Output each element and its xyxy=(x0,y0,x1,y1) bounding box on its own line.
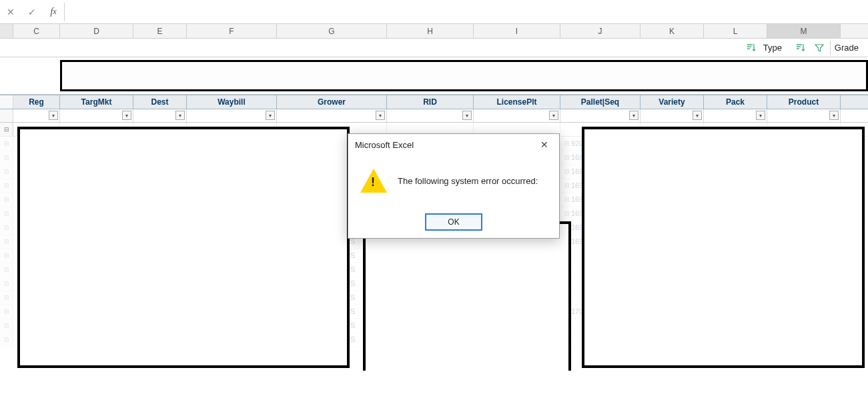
column-header-pack[interactable]: Pack xyxy=(704,95,767,109)
column-header-G[interactable]: G xyxy=(277,24,387,38)
outline-toggle[interactable]: ⊟ xyxy=(0,291,13,304)
filter-dropdown-grower[interactable]: ▾ xyxy=(376,111,385,120)
redaction-box-left xyxy=(17,127,350,368)
filter-cell-product: ▾ xyxy=(767,109,841,122)
column-header-license[interactable]: LicensePlt xyxy=(474,95,560,109)
filter-dropdown-targmkt[interactable]: ▾ xyxy=(122,111,131,120)
group-collapse-icon[interactable]: ⊟ xyxy=(564,168,570,175)
warning-icon xyxy=(360,169,387,193)
filter-dropdown-rid[interactable]: ▾ xyxy=(462,111,472,120)
table-header-row: RegTargMktDestWaybillGrowerRIDLicensePlt… xyxy=(0,95,868,109)
column-header-reg[interactable]: Reg xyxy=(13,95,60,109)
column-header-C[interactable]: C xyxy=(13,24,60,38)
column-header-J[interactable]: J xyxy=(560,24,640,38)
error-dialog: Microsoft Excel ✕ The following system e… xyxy=(348,133,560,239)
dialog-title: Microsoft Excel xyxy=(355,140,414,150)
dialog-titlebar[interactable]: Microsoft Excel ✕ xyxy=(348,134,559,155)
column-header-rid[interactable]: RID xyxy=(387,95,474,109)
outline-toggle[interactable]: ⊟ xyxy=(0,179,13,192)
type-label[interactable]: Type xyxy=(763,43,782,53)
filter-cell-reg: ▾ xyxy=(13,109,60,122)
column-header-waybill[interactable]: Waybill xyxy=(187,95,277,109)
banner-area xyxy=(0,57,868,95)
close-icon[interactable]: ✕ xyxy=(536,137,552,153)
cancel-formula-icon[interactable]: ✕ xyxy=(0,3,21,21)
view-toolbar: Type Grade xyxy=(0,39,868,57)
column-header-I[interactable]: I xyxy=(474,24,560,38)
outline-toggle[interactable]: ⊟ xyxy=(0,123,13,136)
filter-dropdown-pack[interactable]: ▾ xyxy=(756,111,765,120)
formula-input[interactable] xyxy=(64,3,868,21)
grade-label[interactable]: Grade xyxy=(835,43,859,53)
outline-toggle[interactable]: ⊟ xyxy=(0,221,13,234)
column-header-D[interactable]: D xyxy=(60,24,133,38)
sort-icon[interactable] xyxy=(745,41,758,55)
filter-dropdown-pallet[interactable]: ▾ xyxy=(629,111,638,120)
column-header-row: CDEFGHIJKLM xyxy=(0,24,868,39)
redaction-box-middle xyxy=(363,221,571,371)
filter-cell-license: ▾ xyxy=(474,109,560,122)
filter-cell-rid: ▾ xyxy=(387,109,474,122)
filter-cell-pack: ▾ xyxy=(704,109,767,122)
outline-toggle[interactable]: ⊟ xyxy=(0,193,13,206)
outline-toggle[interactable]: ⊟ xyxy=(0,319,13,332)
outline-toggle[interactable]: ⊟ xyxy=(0,151,13,164)
outline-toggle[interactable]: ⊟ xyxy=(0,235,13,248)
outline-toggle[interactable]: ⊟ xyxy=(0,137,13,150)
group-collapse-icon[interactable]: ⊟ xyxy=(564,210,570,217)
filter-cell-grower: ▾ xyxy=(277,109,387,122)
filter-cell-pallet: ▾ xyxy=(560,109,640,122)
outline-toggle[interactable]: ⊟ xyxy=(0,249,13,262)
formula-bar: ✕ ✓ fx xyxy=(0,0,868,24)
column-header-dest[interactable]: Dest xyxy=(133,95,187,109)
outline-toggle[interactable]: ⊟ xyxy=(0,277,13,290)
banner-redaction-box xyxy=(60,60,868,91)
redaction-box-right xyxy=(582,127,865,368)
outline-toggle[interactable]: ⊟ xyxy=(0,305,13,318)
column-header-M[interactable]: M xyxy=(767,24,841,38)
group-collapse-icon[interactable]: ⊟ xyxy=(564,182,570,189)
outline-gutter[interactable] xyxy=(0,109,13,122)
group-collapse-icon[interactable]: ⊟ xyxy=(564,140,570,147)
outline-gutter[interactable] xyxy=(0,95,13,109)
filter-icon[interactable] xyxy=(813,41,826,55)
column-header-pallet[interactable]: Pallet|Seq xyxy=(560,95,640,109)
filter-dropdown-waybill[interactable]: ▾ xyxy=(266,111,275,120)
column-header-variety[interactable]: Variety xyxy=(640,95,704,109)
outline-toggle[interactable]: ⊟ xyxy=(0,207,13,220)
outline-toggle[interactable]: ⊟ xyxy=(0,165,13,178)
filter-dropdown-product[interactable]: ▾ xyxy=(829,111,839,120)
filter-row: ▾▾▾▾▾▾▾▾▾▾▾ xyxy=(0,109,868,123)
outline-toggle[interactable]: ⊟ xyxy=(0,263,13,276)
sort-icon-2[interactable] xyxy=(794,41,807,55)
group-collapse-icon[interactable]: ⊟ xyxy=(564,196,570,203)
filter-dropdown-license[interactable]: ▾ xyxy=(549,111,558,120)
column-header-product[interactable]: Product xyxy=(767,95,841,109)
fx-icon[interactable]: fx xyxy=(43,3,64,21)
ok-button[interactable]: OK xyxy=(425,213,482,231)
filter-cell-targmkt: ▾ xyxy=(60,109,133,122)
accept-formula-icon[interactable]: ✓ xyxy=(21,3,43,21)
filter-cell-waybill: ▾ xyxy=(187,109,277,122)
filter-cell-variety: ▾ xyxy=(640,109,704,122)
column-header-F[interactable]: F xyxy=(187,24,277,38)
outline-toggle[interactable]: ⊟ xyxy=(0,333,13,346)
column-header-E[interactable]: E xyxy=(133,24,187,38)
column-header-targmkt[interactable]: TargMkt xyxy=(60,95,133,109)
column-header-H[interactable]: H xyxy=(387,24,474,38)
column-header-L[interactable]: L xyxy=(704,24,767,38)
separator xyxy=(830,41,831,55)
select-all-corner[interactable] xyxy=(0,24,13,38)
filter-dropdown-variety[interactable]: ▾ xyxy=(693,111,702,120)
filter-cell-dest: ▾ xyxy=(133,109,187,122)
filter-dropdown-reg[interactable]: ▾ xyxy=(49,111,58,120)
filter-dropdown-dest[interactable]: ▾ xyxy=(175,111,185,120)
column-header-grower[interactable]: Grower xyxy=(277,95,387,109)
group-collapse-icon[interactable]: ⊟ xyxy=(564,154,570,161)
column-header-K[interactable]: K xyxy=(640,24,704,38)
dialog-message: The following system error occurred: xyxy=(398,176,538,186)
